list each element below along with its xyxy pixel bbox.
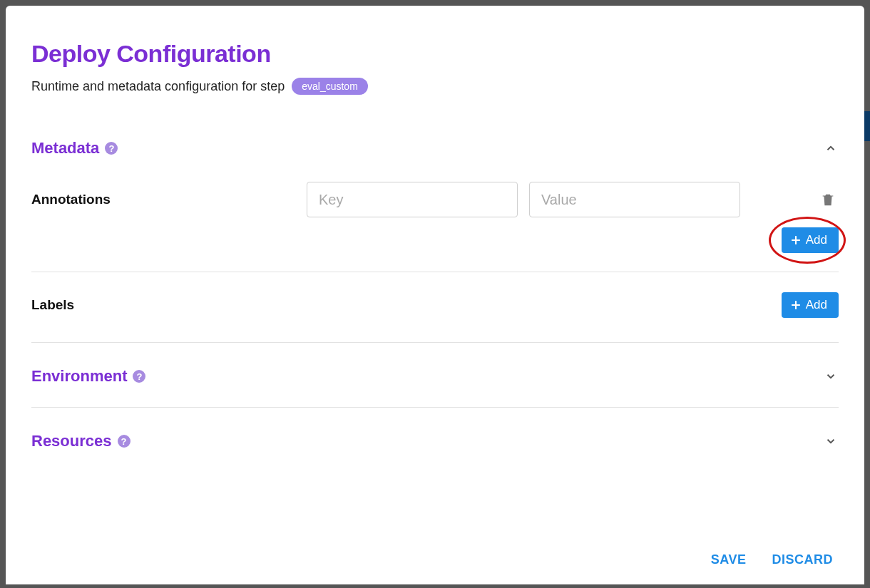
- subtitle-text: Runtime and metadata configuration for s…: [31, 79, 285, 94]
- discard-button[interactable]: DISCARD: [772, 552, 833, 567]
- section-head-environment[interactable]: Environment ?: [31, 343, 839, 408]
- add-annotation-label: Add: [806, 233, 827, 247]
- add-label-button[interactable]: Add: [782, 292, 839, 318]
- help-icon[interactable]: ?: [118, 435, 130, 448]
- chevron-up-icon[interactable]: [823, 140, 839, 156]
- add-label-label: Add: [806, 298, 827, 312]
- section-head-metadata[interactable]: Metadata ?: [31, 115, 839, 165]
- annotations-add-row: Add: [31, 227, 839, 253]
- annotation-value-input[interactable]: [529, 182, 740, 217]
- section-title-label: Environment: [31, 367, 127, 386]
- annotations-block: Annotations Add: [31, 165, 839, 272]
- dialog-footer: SAVE DISCARD: [6, 535, 864, 584]
- annotations-row: Annotations: [31, 182, 839, 217]
- section-title-label: Metadata: [31, 139, 99, 158]
- section-title-resources: Resources ?: [31, 432, 130, 450]
- help-icon[interactable]: ?: [133, 370, 145, 383]
- add-annotation-button[interactable]: Add: [782, 227, 839, 253]
- step-name-pill: eval_custom: [292, 78, 368, 95]
- dialog-header: Deploy Configuration Runtime and metadat…: [6, 6, 864, 115]
- dialog-subtitle: Runtime and metadata configuration for s…: [31, 78, 839, 95]
- dialog-scroll-area[interactable]: Metadata ? Annotations Add: [6, 115, 864, 535]
- save-button[interactable]: SAVE: [711, 552, 747, 567]
- trash-icon[interactable]: [817, 188, 839, 211]
- chevron-down-icon[interactable]: [823, 433, 839, 449]
- help-icon[interactable]: ?: [105, 142, 118, 155]
- section-title-label: Resources: [31, 432, 112, 450]
- labels-block: Labels Add: [31, 272, 839, 343]
- chevron-down-icon[interactable]: [823, 368, 839, 384]
- dialog-title: Deploy Configuration: [31, 40, 839, 68]
- deploy-config-dialog: Deploy Configuration Runtime and metadat…: [6, 6, 864, 584]
- annotation-key-input[interactable]: [307, 182, 518, 217]
- section-head-resources[interactable]: Resources ?: [31, 408, 839, 458]
- section-title-metadata: Metadata ?: [31, 139, 118, 158]
- annotations-label: Annotations: [31, 192, 295, 207]
- spacer: [31, 458, 839, 486]
- labels-label: Labels: [31, 297, 295, 313]
- section-title-environment: Environment ?: [31, 367, 145, 386]
